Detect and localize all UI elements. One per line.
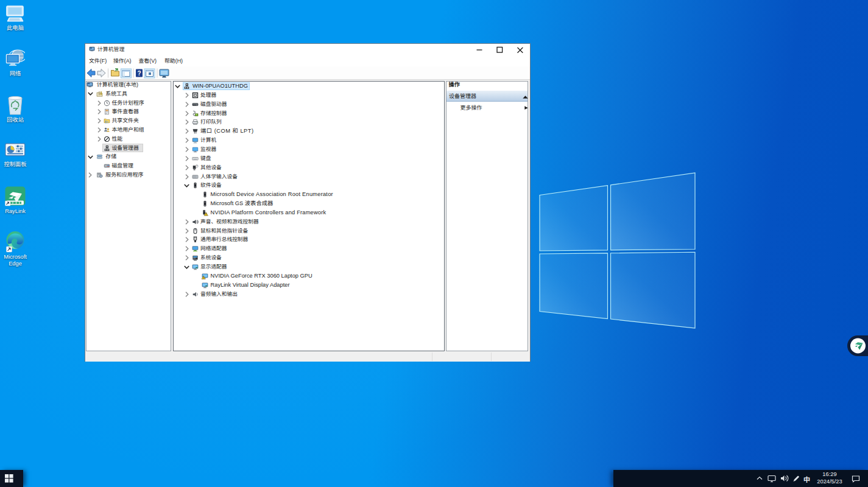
svg-text:?: ? xyxy=(137,70,141,77)
